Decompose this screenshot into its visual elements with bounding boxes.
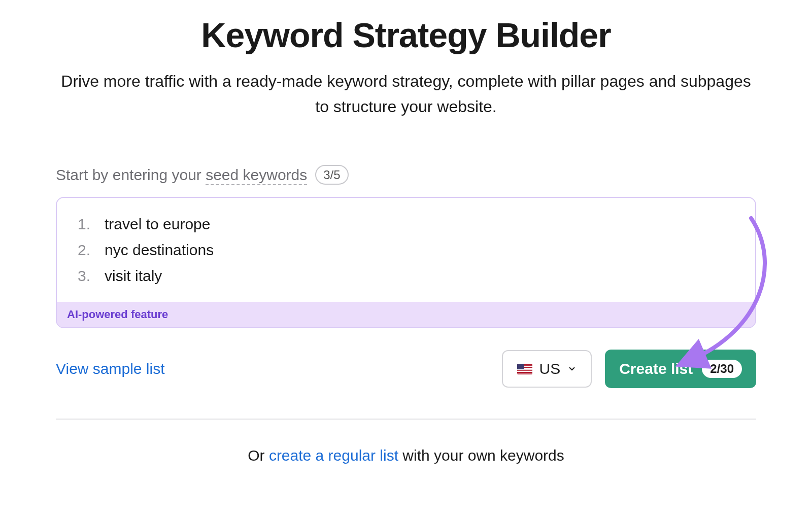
keyword-text: nyc destinations — [105, 237, 214, 263]
country-code: US — [539, 360, 561, 377]
ai-powered-badge: AI-powered feature — [57, 302, 755, 327]
page-subtitle: Drive more traffic with a ready-made key… — [56, 69, 756, 119]
list-index: 3. — [75, 263, 90, 289]
chevron-down-icon — [567, 364, 577, 373]
list-index: 1. — [75, 211, 90, 237]
list-item[interactable]: 3. visit italy — [75, 263, 737, 289]
us-flag-icon — [517, 364, 532, 374]
seed-label-prefix: Start by entering your — [56, 166, 206, 183]
seed-label-row: Start by entering your seed keywords 3/5 — [56, 165, 756, 185]
list-item[interactable]: 1. travel to europe — [75, 211, 737, 237]
country-select[interactable]: US — [502, 350, 592, 388]
create-regular-list-link[interactable]: create a regular list — [269, 447, 398, 464]
view-sample-link[interactable]: View sample list — [56, 360, 165, 377]
list-item[interactable]: 2. nyc destinations — [75, 237, 737, 263]
alt-prefix: Or — [248, 447, 269, 464]
seed-input-card[interactable]: 1. travel to europe 2. nyc destinations … — [56, 197, 756, 328]
seed-label-term: seed keywords — [206, 166, 307, 185]
keyword-text: visit italy — [105, 263, 162, 289]
create-list-count: 2/30 — [702, 360, 742, 378]
alt-suffix: with your own keywords — [398, 447, 564, 464]
create-list-label: Create list — [619, 360, 693, 377]
keyword-text: travel to europe — [105, 211, 210, 237]
divider — [56, 419, 756, 420]
list-index: 2. — [75, 237, 90, 263]
seed-count-badge: 3/5 — [315, 165, 348, 185]
page-title: Keyword Strategy Builder — [56, 15, 756, 55]
keyword-list[interactable]: 1. travel to europe 2. nyc destinations … — [57, 198, 755, 302]
create-list-button[interactable]: Create list 2/30 — [605, 350, 756, 388]
alt-row: Or create a regular list with your own k… — [56, 447, 756, 464]
seed-label: Start by entering your seed keywords — [56, 166, 307, 184]
